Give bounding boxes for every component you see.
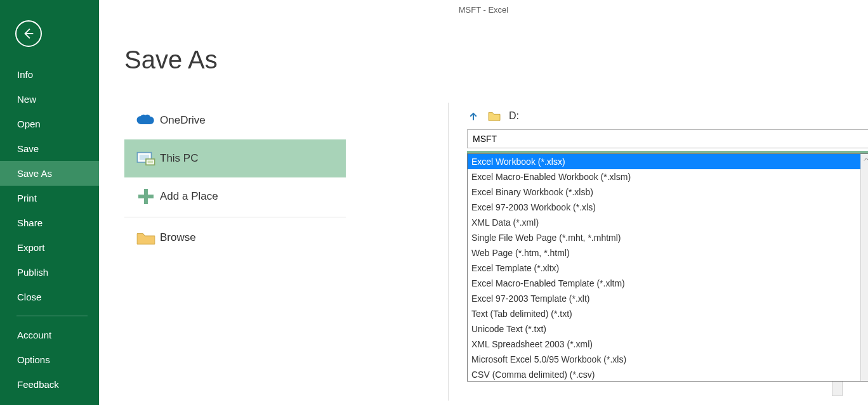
sidebar-separator	[16, 316, 88, 316]
dropdown-scrollbar[interactable]	[860, 154, 868, 381]
filetype-option[interactable]: XML Data (*.xml)	[468, 215, 868, 230]
sidebar-item-feedback[interactable]: Feedback	[0, 372, 99, 397]
sidebar-item-share[interactable]: Share	[0, 210, 99, 235]
addplace-icon	[132, 187, 160, 206]
sidebar-item-new[interactable]: New	[0, 87, 99, 112]
filetype-dropdown: Excel Workbook (*.xlsx)Excel Macro-Enabl…	[467, 153, 868, 382]
sidebar-item-export[interactable]: Export	[0, 235, 99, 260]
filetype-option[interactable]: Excel 97-2003 Workbook (*.xls)	[468, 200, 868, 215]
sidebar-item-print[interactable]: Print	[0, 186, 99, 210]
filetype-option[interactable]: Microsoft Excel 5.0/95 Workbook (*.xls)	[468, 352, 868, 367]
current-path[interactable]: D:	[509, 110, 519, 122]
filetype-option[interactable]: CSV (Comma delimited) (*.csv)	[468, 367, 868, 382]
filetype-option[interactable]: Excel Macro-Enabled Workbook (*.xlsm)	[468, 169, 868, 184]
thispc-icon	[132, 150, 160, 167]
location-label: Browse	[160, 231, 196, 244]
onedrive-icon	[132, 113, 160, 127]
location-onedrive[interactable]: OneDrive	[124, 101, 346, 139]
location-browse[interactable]: Browse	[124, 219, 346, 257]
filename-input[interactable]	[467, 129, 868, 148]
scroll-up-icon[interactable]	[861, 154, 868, 165]
save-target-pane: D: Excel Workbook (*.xlsx) Save Exce	[467, 108, 843, 167]
filetype-option[interactable]: Excel Macro-Enabled Template (*.xltm)	[468, 276, 868, 291]
sidebar-item-info[interactable]: Info	[0, 62, 99, 87]
filetype-option[interactable]: Unicode Text (*.txt)	[468, 321, 868, 337]
up-folder-icon[interactable]	[467, 110, 480, 122]
sidebar-item-save-as[interactable]: Save As	[0, 161, 99, 186]
main-area: MSFT - Excel Save As OneDriveThis PCAdd …	[99, 0, 868, 405]
sidebar-item-options[interactable]: Options	[0, 347, 99, 372]
location-this-pc[interactable]: This PC	[124, 139, 346, 177]
backstage-sidebar: InfoNewOpenSaveSave AsPrintShareExportPu…	[0, 0, 99, 405]
filetype-option[interactable]: Text (Tab delimited) (*.txt)	[468, 306, 868, 321]
filetype-option[interactable]: XML Spreadsheet 2003 (*.xml)	[468, 337, 868, 352]
sidebar-item-open[interactable]: Open	[0, 112, 99, 136]
filetype-option[interactable]: Excel Workbook (*.xlsx)	[468, 154, 868, 169]
sidebar-item-account[interactable]: Account	[0, 323, 99, 347]
arrow-left-icon	[22, 27, 36, 41]
location-add-a-place[interactable]: Add a Place	[124, 177, 346, 215]
sidebar-item-publish[interactable]: Publish	[0, 260, 99, 285]
page-title: Save As	[124, 46, 868, 74]
filetype-option[interactable]: Web Page (*.htm, *.html)	[468, 245, 868, 260]
vertical-divider	[448, 103, 449, 401]
sidebar-item-save[interactable]: Save	[0, 136, 99, 161]
filetype-option[interactable]: Excel Binary Workbook (*.xlsb)	[468, 184, 868, 200]
location-separator	[124, 217, 346, 217]
svg-rect-5	[138, 195, 154, 198]
svg-rect-3	[148, 160, 154, 163]
folder-icon[interactable]	[487, 110, 501, 122]
back-button[interactable]	[15, 20, 42, 47]
location-label: OneDrive	[160, 114, 206, 127]
window-title: MSFT - Excel	[459, 5, 509, 15]
sidebar-item-close[interactable]: Close	[0, 285, 99, 309]
filetype-option[interactable]: Excel 97-2003 Template (*.xlt)	[468, 291, 868, 306]
filetype-option[interactable]: Single File Web Page (*.mht, *.mhtml)	[468, 230, 868, 245]
location-label: This PC	[160, 152, 198, 165]
filetype-option[interactable]: Excel Template (*.xltx)	[468, 260, 868, 276]
browse-icon	[132, 230, 160, 245]
location-label: Add a Place	[160, 190, 218, 203]
save-locations: OneDriveThis PCAdd a PlaceBrowse	[124, 101, 346, 257]
